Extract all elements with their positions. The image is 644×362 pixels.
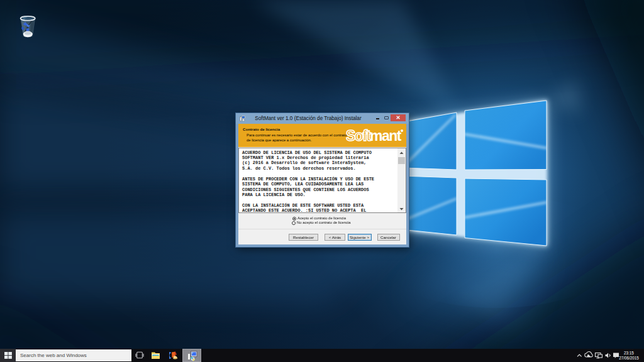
svg-text:Soft: Soft — [346, 128, 372, 144]
svg-text:mant: mant — [370, 128, 402, 144]
